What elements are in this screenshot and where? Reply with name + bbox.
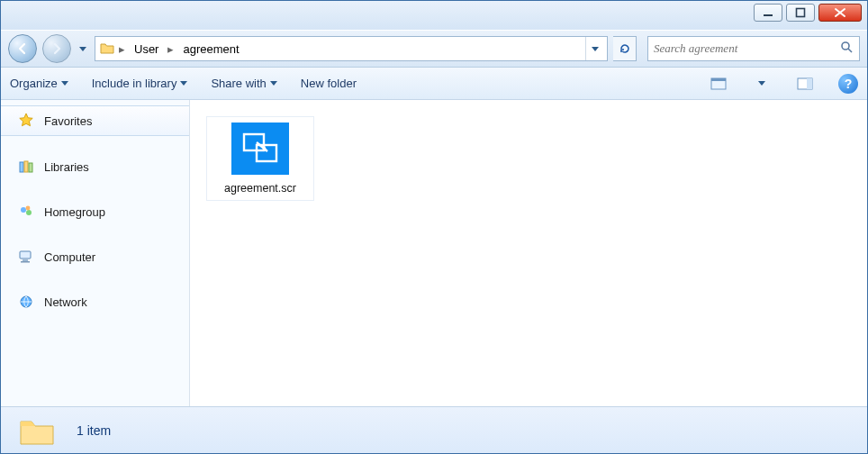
file-item[interactable]: agreement.scr xyxy=(206,116,314,201)
svg-rect-16 xyxy=(21,261,30,263)
computer-icon xyxy=(17,248,35,266)
folder-icon xyxy=(99,41,115,57)
view-options-button[interactable] xyxy=(709,74,728,94)
screensaver-icon xyxy=(231,123,289,175)
include-in-library-menu[interactable]: Include in library xyxy=(92,77,188,90)
organize-label: Organize xyxy=(10,77,58,90)
svg-rect-0 xyxy=(764,14,773,16)
newfolder-label: New folder xyxy=(301,77,357,90)
item-count: 1 item xyxy=(77,423,111,438)
navigation-bar: ▸ User ▸ agreement xyxy=(1,30,867,68)
help-button[interactable]: ? xyxy=(838,74,858,94)
svg-rect-10 xyxy=(29,163,32,172)
main-area: Favorites Libraries Homegroup Computer N… xyxy=(1,100,867,406)
sidebar-item-label: Network xyxy=(44,295,87,309)
back-button[interactable] xyxy=(8,34,37,63)
search-input[interactable] xyxy=(654,41,840,56)
breadcrumb-separator-icon: ▸ xyxy=(166,42,176,56)
homegroup-icon xyxy=(17,203,35,221)
svg-rect-8 xyxy=(20,162,23,172)
sidebar-item-label: Computer xyxy=(44,250,95,264)
breadcrumb-item[interactable]: agreement xyxy=(177,40,244,59)
svg-rect-9 xyxy=(24,161,28,172)
new-folder-button[interactable]: New folder xyxy=(301,77,357,90)
sidebar-item-label: Homegroup xyxy=(44,205,105,219)
file-list[interactable]: agreement.scr xyxy=(190,100,867,406)
navigation-pane: Favorites Libraries Homegroup Computer N… xyxy=(1,100,190,406)
status-bar: 1 item xyxy=(1,406,867,453)
minimize-button[interactable] xyxy=(754,4,782,22)
star-icon xyxy=(17,112,35,130)
sidebar-item-network[interactable]: Network xyxy=(1,287,189,316)
maximize-button[interactable] xyxy=(786,4,815,22)
search-box[interactable] xyxy=(647,36,860,61)
sidebar-item-libraries[interactable]: Libraries xyxy=(1,152,189,181)
network-icon xyxy=(17,293,35,311)
address-bar[interactable]: ▸ User ▸ agreement xyxy=(95,36,608,61)
svg-rect-19 xyxy=(257,145,276,161)
sidebar-item-label: Favorites xyxy=(44,114,92,128)
sidebar-item-homegroup[interactable]: Homegroup xyxy=(1,197,189,226)
refresh-button[interactable] xyxy=(613,36,637,61)
address-dropdown[interactable] xyxy=(585,37,603,60)
breadcrumb-item[interactable]: User xyxy=(129,40,164,59)
svg-rect-1 xyxy=(797,9,805,17)
sidebar-item-computer[interactable]: Computer xyxy=(1,242,189,271)
folder-icon xyxy=(17,413,57,449)
svg-rect-5 xyxy=(711,78,726,81)
svg-point-2 xyxy=(842,42,849,50)
sidebar-item-favorites[interactable]: Favorites xyxy=(1,105,189,136)
svg-point-11 xyxy=(21,207,26,213)
command-bar: Organize Include in library Share with N… xyxy=(1,68,867,100)
view-options-dropdown[interactable] xyxy=(752,74,772,94)
svg-rect-7 xyxy=(807,78,812,89)
file-name: agreement.scr xyxy=(224,182,296,195)
svg-rect-18 xyxy=(244,134,264,150)
svg-rect-14 xyxy=(20,251,31,259)
sidebar-item-label: Libraries xyxy=(44,160,89,174)
svg-point-13 xyxy=(26,206,31,211)
svg-line-3 xyxy=(848,49,852,52)
title-bar xyxy=(1,1,867,30)
forward-button[interactable] xyxy=(42,34,71,63)
share-label: Share with xyxy=(211,77,266,90)
close-button[interactable] xyxy=(818,4,862,22)
include-label: Include in library xyxy=(92,77,177,90)
preview-pane-button[interactable] xyxy=(795,74,815,94)
svg-point-12 xyxy=(26,210,32,215)
share-with-menu[interactable]: Share with xyxy=(211,77,276,90)
libraries-icon xyxy=(17,158,35,176)
breadcrumb-separator-icon: ▸ xyxy=(117,42,127,56)
organize-menu[interactable]: Organize xyxy=(10,77,68,90)
history-dropdown[interactable] xyxy=(77,34,89,63)
search-icon xyxy=(840,41,854,57)
svg-rect-15 xyxy=(23,259,28,261)
